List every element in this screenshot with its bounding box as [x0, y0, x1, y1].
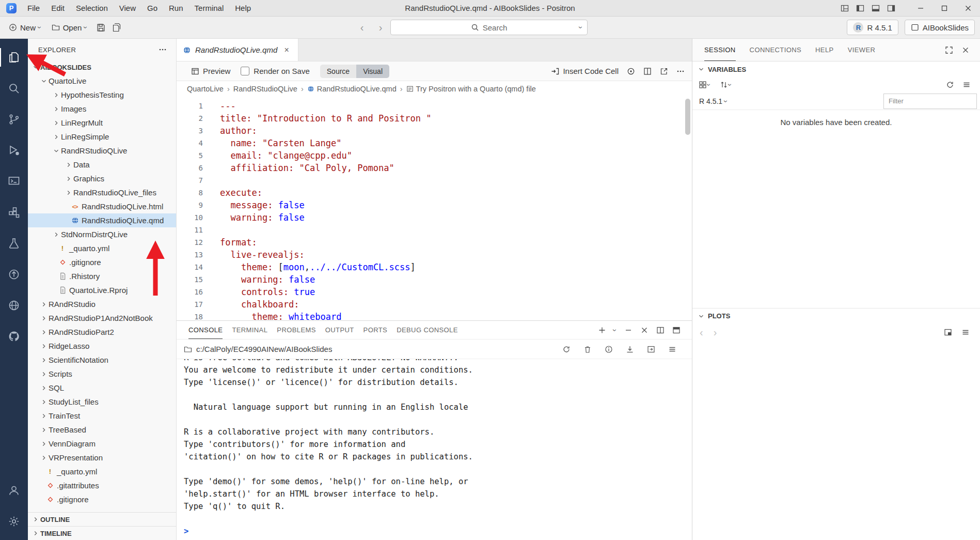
console-prompt[interactable]: >	[184, 527, 692, 536]
runtime-selector[interactable]: R 4.5.1 ›	[699, 97, 728, 105]
panel-tab-debug-console[interactable]: DEBUG CONSOLE	[392, 321, 463, 339]
maximize-panel-icon[interactable]	[672, 326, 681, 334]
menu-go[interactable]: Go	[141, 0, 163, 17]
plots-section-header[interactable]: PLOTS	[692, 308, 980, 323]
next-plot-icon[interactable]: ›	[714, 327, 717, 338]
chevron-right-icon[interactable]	[64, 175, 73, 182]
tree-item-stdnormdistrqlive[interactable]: StdNormDistrQLive	[28, 227, 176, 241]
tree-item-treebased[interactable]: TreeBased	[28, 423, 176, 437]
breadcrumb-randrstudioqlive-qmd[interactable]: RandRstudioQLive.qmd	[307, 85, 397, 93]
expand-panel-icon[interactable]	[945, 46, 953, 54]
group-variables-button[interactable]: ›	[699, 81, 710, 89]
session-tab-help[interactable]: HELP	[815, 39, 834, 61]
tree-item-graphics[interactable]: Graphics	[28, 172, 176, 186]
panel-tab-console[interactable]: CONSOLE	[184, 321, 227, 339]
extensions-icon[interactable]	[0, 197, 28, 228]
tree-item-rhistory[interactable]: .Rhistory	[28, 269, 176, 283]
menu-edit[interactable]: Edit	[45, 0, 70, 17]
visual-mode-button[interactable]: Visual	[356, 65, 389, 78]
close-panel-icon[interactable]	[961, 46, 970, 54]
tree-item-gitattributes[interactable]: .gitattributes	[28, 479, 176, 492]
session-tab-viewer[interactable]: VIEWER	[848, 39, 876, 61]
breadcrumb-randrstudioqlive[interactable]: RandRStudioQLive	[233, 85, 297, 93]
toggle-sidebar-icon[interactable]	[856, 4, 864, 12]
new-button[interactable]: New ›	[4, 21, 46, 35]
chevron-right-icon[interactable]	[39, 384, 49, 392]
chevron-right-icon[interactable]	[39, 371, 49, 378]
tree-item-sql[interactable]: SQL	[28, 381, 176, 395]
split-editor-icon[interactable]	[643, 67, 652, 75]
sessions-icon[interactable]	[0, 166, 28, 197]
testing-icon[interactable]	[0, 228, 28, 259]
panel-tab-problems[interactable]: PROBLEMS	[272, 321, 320, 339]
search-icon[interactable]	[0, 73, 28, 104]
export-console-icon[interactable]	[626, 345, 634, 353]
more-actions-icon[interactable]	[676, 67, 685, 75]
tree-item-linregsimple[interactable]: LinRegSimple	[28, 130, 176, 144]
menu-help[interactable]: Help	[229, 0, 257, 17]
toggle-panel-icon[interactable]	[872, 4, 880, 12]
more-actions-icon[interactable]	[159, 45, 167, 54]
chevron-right-icon[interactable]	[64, 161, 73, 168]
tree-item-images[interactable]: Images	[28, 102, 176, 116]
global-search-input[interactable]: Search ›	[390, 20, 588, 35]
tree-item-linregrmult[interactable]: LinRegrMult	[28, 116, 176, 130]
workspace-button[interactable]: AIBookSlides	[905, 20, 975, 35]
tree-item-traintest[interactable]: TrainTest	[28, 409, 176, 423]
plot-size-icon[interactable]	[944, 328, 952, 336]
editor-scrollbar[interactable]	[685, 99, 690, 135]
tree-item-studylist-files[interactable]: StudyList_files	[28, 395, 176, 409]
menu-selection[interactable]: Selection	[70, 0, 114, 17]
tree-item-ridgelasso[interactable]: RidgeLasso	[28, 339, 176, 353]
tree-item-randrstudioqlive[interactable]: RandRStudioQLive	[28, 144, 176, 158]
chevron-right-icon[interactable]	[52, 105, 61, 113]
chevron-right-icon[interactable]	[64, 189, 73, 196]
chevron-right-icon[interactable]	[52, 231, 61, 238]
source-mode-button[interactable]: Source	[320, 65, 356, 78]
chevron-down-icon[interactable]: ›	[612, 329, 619, 331]
menu-view[interactable]: View	[114, 0, 141, 17]
new-console-plus-icon[interactable]	[598, 326, 606, 334]
chevron-right-icon[interactable]	[39, 357, 49, 364]
open-in-new-window-icon[interactable]	[660, 67, 668, 75]
publish-icon[interactable]	[0, 259, 28, 290]
tree-item-venndiagram[interactable]: VennDiagram	[28, 437, 176, 451]
outline-section[interactable]: OUTLINE	[28, 512, 176, 526]
tree-item-quarto-yml[interactable]: !_quarto.yml	[28, 241, 176, 255]
customize-layout-icon[interactable]	[841, 4, 849, 12]
move-console-icon[interactable]	[647, 345, 655, 353]
panel-tab-ports[interactable]: PORTS	[359, 321, 392, 339]
tree-item-randrstudiop1and2notbook[interactable]: RAndRStudioP1And2NotBook	[28, 311, 176, 325]
explorer-icon[interactable]	[0, 42, 28, 73]
close-tab-icon[interactable]: ×	[281, 45, 292, 55]
chevron-right-icon[interactable]	[39, 440, 49, 448]
tree-item-gitignore[interactable]: .gitignore	[28, 255, 176, 269]
navigate-forward-icon[interactable]: ›	[375, 22, 386, 34]
tree-item-randrstudio[interactable]: RAndRStudio	[28, 297, 176, 311]
tree-item-randrstudiopart2[interactable]: RAndRStudioPart2	[28, 325, 176, 339]
trash-icon[interactable]	[583, 345, 592, 353]
console-menu-icon[interactable]	[668, 345, 676, 353]
toggle-secondary-sidebar-icon[interactable]	[887, 4, 895, 12]
breadcrumb-try-positron-with-a-quarto-qmd-file[interactable]: Try Positron with a Quarto (qmd) file	[406, 85, 536, 93]
close-panel-icon[interactable]	[640, 326, 649, 334]
interpreter-button[interactable]: R R 4.5.1	[847, 20, 898, 35]
sort-variables-button[interactable]: ›	[720, 81, 732, 89]
minimize-panel-icon[interactable]	[624, 326, 633, 334]
tree-item-quarto-yml[interactable]: !_quarto.yml	[28, 465, 176, 479]
refresh-icon[interactable]	[562, 345, 571, 353]
split-console-icon[interactable]	[656, 326, 665, 334]
tree-item-vrpresentation[interactable]: VRPresentation	[28, 451, 176, 465]
chevron-down-icon[interactable]: ›	[578, 26, 585, 29]
quarto-preview-icon[interactable]	[627, 67, 635, 75]
tree-item-scripts[interactable]: Scripts	[28, 367, 176, 381]
tree-item-quartolive[interactable]: QuartoLive	[28, 74, 176, 88]
chevron-right-icon[interactable]	[39, 426, 49, 434]
info-icon[interactable]	[605, 345, 613, 353]
web-icon[interactable]	[0, 290, 28, 321]
insert-code-cell-button[interactable]: Insert Code Cell	[551, 67, 619, 75]
chevron-right-icon[interactable]	[52, 133, 61, 141]
plots-menu-icon[interactable]	[961, 328, 970, 336]
variables-section-header[interactable]: VARIABLES	[692, 61, 980, 77]
workspace-root[interactable]: AIBOOKSLIDES	[28, 60, 176, 74]
